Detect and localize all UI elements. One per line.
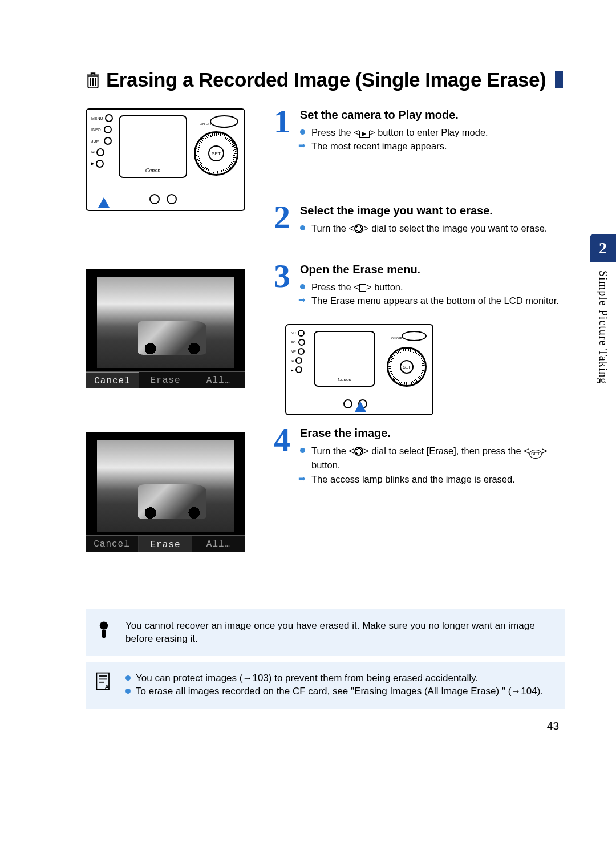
step-result: The most recent image appears. (300, 140, 565, 152)
page-number: 43 (86, 720, 565, 732)
step-title: Erase the image. (300, 427, 565, 440)
step-title: Open the Erase menu. (300, 263, 565, 276)
tip-note: A You can protect images (→103) to preve… (86, 662, 565, 709)
step-line: Turn the <> dial to select the image you… (300, 222, 565, 234)
svg-point-0 (100, 622, 108, 630)
dial-icon (354, 224, 363, 233)
lcd-screenshot-1: Cancel Erase All… (86, 263, 257, 388)
set-icon: SET (529, 450, 542, 459)
step-3: 3 Open the Erase menu. Press the <> butt… (274, 263, 565, 309)
tip-text-1: You can protect images (→103) to prevent… (125, 672, 553, 685)
title-end-block (555, 71, 563, 88)
step-number: 3 (274, 263, 294, 309)
step-number: 4 (274, 427, 294, 487)
menu-cancel: Cancel (86, 372, 139, 388)
chapter-label: Simple Picture Taking (597, 262, 610, 392)
step-title: Select the image you want to erase. (300, 204, 565, 217)
menu-all: All… (192, 536, 245, 552)
step-result: The Erase menu appears at the bottom of … (300, 294, 565, 307)
step-title: Set the camera to Play mode. (300, 108, 565, 122)
note-icon: A (94, 671, 114, 691)
lcd-screenshot-2: Cancel Erase All… (86, 427, 257, 552)
menu-erase: Erase (139, 536, 192, 552)
pointer-arrow-icon (98, 197, 110, 208)
trash-icon (86, 71, 100, 88)
svg-point-2 (102, 634, 106, 638)
step-number: 2 (274, 204, 294, 236)
menu-cancel: Cancel (86, 536, 139, 552)
step-line: Press the <> button to enter Play mode. (300, 126, 565, 139)
step-line: Turn the <> dial to select [Erase], then… (300, 444, 565, 471)
step-line: Press the <> button. (300, 281, 565, 293)
chapter-number: 2 (590, 234, 616, 262)
play-icon (359, 131, 370, 138)
step-1: 1 Set the camera to Play mode. Press the… (274, 108, 565, 154)
warning-text: You cannot recover an image once you hav… (125, 620, 535, 644)
tip-text-2: To erase all images recorded on the CF c… (125, 685, 553, 698)
step-2: 2 Select the image you want to erase. Tu… (274, 204, 565, 236)
step-number: 1 (274, 108, 294, 154)
page-title-row: Erasing a Recorded Image (Single Image E… (86, 68, 565, 91)
camera-diagram-1: MENU INFO. JUMP ⊠ ▶ Canon ON OFF SET (86, 108, 257, 211)
page-title: Erasing a Recorded Image (Single Image E… (106, 68, 546, 91)
menu-erase: Erase (139, 372, 192, 388)
trash-icon (359, 284, 366, 292)
pointer-arrow-icon (355, 402, 366, 412)
warning-note: You cannot recover an image once you hav… (86, 609, 565, 656)
caution-icon (94, 618, 114, 639)
chapter-tab: 2 Simple Picture Taking (590, 234, 616, 392)
dial-icon (354, 447, 363, 456)
step-4: 4 Erase the image. Turn the <> dial to s… (274, 427, 565, 487)
menu-all: All… (192, 372, 245, 388)
step-result: The access lamp blinks and the image is … (300, 473, 565, 485)
camera-diagram-2: NU FO. MP ⊠ ▶ Canon ON OFF SET (285, 324, 433, 415)
svg-text:A: A (105, 684, 110, 691)
